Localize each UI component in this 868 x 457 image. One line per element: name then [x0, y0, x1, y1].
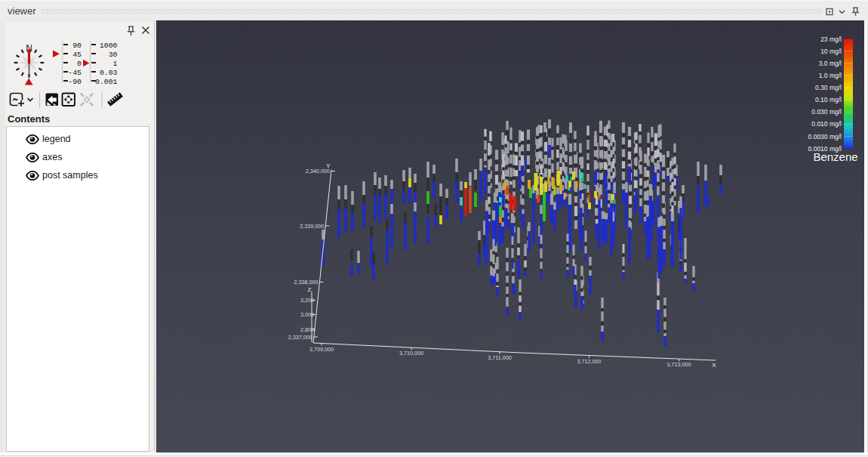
svg-text:3,710,000: 3,710,000	[399, 350, 423, 357]
svg-text:45: 45	[72, 51, 82, 59]
svg-text:0.10 mg/l: 0.10 mg/l	[815, 96, 842, 103]
svg-text:0.010 mg/l: 0.010 mg/l	[811, 120, 842, 128]
svg-text:0.0030 mg/l: 0.0030 mg/l	[808, 133, 842, 140]
svg-text:0: 0	[77, 60, 82, 68]
svg-text:-45: -45	[68, 69, 82, 77]
svg-text:30: 30	[109, 51, 118, 59]
svg-text:2,800: 2,800	[300, 326, 314, 333]
svg-text:0.03: 0.03	[100, 69, 118, 77]
svg-text:-90: -90	[68, 78, 82, 86]
svg-text:2,337,000: 2,337,000	[288, 334, 312, 341]
svg-text:3,000: 3,000	[300, 311, 314, 318]
svg-text:0.030 mg/l: 0.030 mg/l	[811, 108, 842, 116]
svg-text:3,711,000: 3,711,000	[488, 354, 511, 361]
svg-text:X: X	[712, 362, 716, 369]
svg-text:3,709,000: 3,709,000	[309, 346, 334, 353]
svg-text:1.0 mg/l: 1.0 mg/l	[819, 72, 842, 79]
svg-text:0.001: 0.001	[95, 78, 118, 86]
svg-text:2,338,000: 2,338,000	[294, 279, 318, 286]
svg-text:3,712,000: 3,712,000	[577, 358, 602, 365]
svg-text:0.30 mg/l: 0.30 mg/l	[815, 84, 842, 91]
svg-text:Y: Y	[326, 162, 331, 169]
svg-text:2,339,000: 2,339,000	[300, 223, 324, 230]
svg-text:Z: Z	[308, 286, 312, 293]
svg-text:3,200: 3,200	[300, 297, 314, 304]
svg-text:1000: 1000	[100, 42, 118, 50]
svg-text:1: 1	[113, 60, 118, 68]
svg-text:90: 90	[72, 42, 82, 50]
svg-text:10 mg/l: 10 mg/l	[820, 48, 842, 55]
svg-text:3,713,000: 3,713,000	[667, 361, 691, 368]
svg-text:Benzene: Benzene	[813, 150, 857, 163]
svg-text:23 mg/l: 23 mg/l	[820, 36, 842, 43]
svg-text:3.0 mg/l: 3.0 mg/l	[819, 60, 842, 67]
